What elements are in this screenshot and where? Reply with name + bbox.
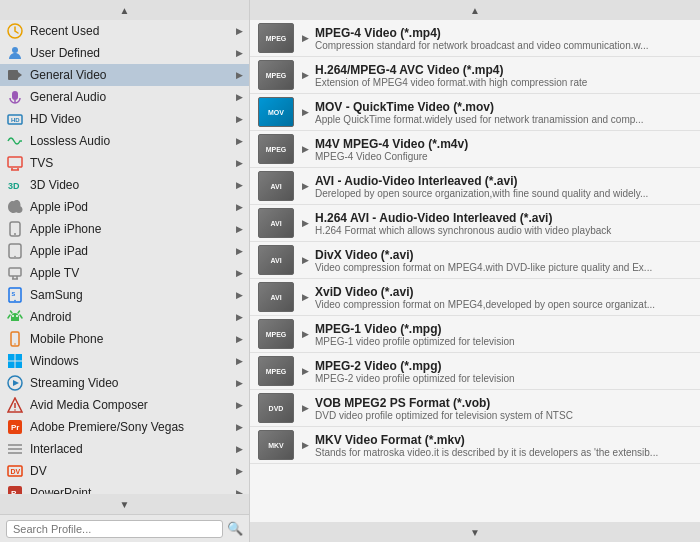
svg-text:HD: HD <box>11 117 20 123</box>
sidebar-item-streaming-video[interactable]: Streaming Video▶ <box>0 372 249 394</box>
format-text-mpeg2-video: MPEG-2 Video (*.mpg)MPEG-2 video profile… <box>315 359 692 384</box>
format-item-h264-avc[interactable]: MPEG▶H.264/MPEG-4 AVC Video (*.mp4)Exten… <box>250 57 700 94</box>
left-scroll-up[interactable]: ▲ <box>0 0 249 20</box>
format-icon-xvid-video: AVI <box>258 282 294 312</box>
format-desc-vob-ps: DVD video profile optimized for televisi… <box>315 410 692 421</box>
format-arrow-h264-avi: ▶ <box>302 218 309 228</box>
sidebar-item-arrow-general-video: ▶ <box>236 70 243 80</box>
sidebar-item-label-samsung: SamSung <box>30 288 234 302</box>
format-desc-avi-audio-video: Dereloped by open source organization,wi… <box>315 188 692 199</box>
sidebar-item-arrow-adobe-premiere: ▶ <box>236 422 243 432</box>
sidebar-item-hd-video[interactable]: HDHD Video▶ <box>0 108 249 130</box>
format-item-mkv-format[interactable]: MKV▶MKV Video Format (*.mkv)Stands for m… <box>250 427 700 464</box>
format-item-m4v-mpeg4[interactable]: MPEG▶M4V MPEG-4 Video (*.m4v)MPEG-4 Vide… <box>250 131 700 168</box>
search-icon[interactable]: 🔍 <box>227 521 243 536</box>
svg-rect-32 <box>8 354 15 361</box>
svg-line-26 <box>8 315 10 318</box>
icon-apple-iphone <box>6 220 24 238</box>
format-title-divx-video: DivX Video (*.avi) <box>315 248 692 262</box>
format-item-mov-quicktime[interactable]: MOV▶MOV - QuickTime Video (*.mov)Apple Q… <box>250 94 700 131</box>
svg-rect-33 <box>16 354 23 361</box>
format-item-avi-audio-video[interactable]: AVI▶AVI - Audio-Video Interleaved (*.avi… <box>250 168 700 205</box>
sidebar-item-general-video[interactable]: General Video▶ <box>0 64 249 86</box>
sidebar-item-apple-iphone[interactable]: Apple iPhone▶ <box>0 218 249 240</box>
right-scroll-down[interactable]: ▼ <box>250 522 700 542</box>
format-item-mpeg1-video[interactable]: MPEG▶MPEG-1 Video (*.mpg)MPEG-1 video pr… <box>250 316 700 353</box>
sidebar-item-avid-media[interactable]: Avid Media Composer▶ <box>0 394 249 416</box>
icon-dv: DV <box>6 462 24 480</box>
sidebar-item-arrow-avid-media: ▶ <box>236 400 243 410</box>
format-text-divx-video: DivX Video (*.avi)Video compression form… <box>315 248 692 273</box>
sidebar-item-arrow-mobile-phone: ▶ <box>236 334 243 344</box>
sidebar-item-windows[interactable]: Windows▶ <box>0 350 249 372</box>
sidebar-item-interlaced[interactable]: Interlaced▶ <box>0 438 249 460</box>
search-input[interactable] <box>6 520 223 538</box>
sidebar-item-label-apple-ipad: Apple iPad <box>30 244 234 258</box>
icon-hd-video: HD <box>6 110 24 128</box>
format-desc-mpeg1-video: MPEG-1 video profile optimized for telev… <box>315 336 692 347</box>
format-item-divx-video[interactable]: AVI▶DivX Video (*.avi)Video compression … <box>250 242 700 279</box>
icon-3d-video: 3D <box>6 176 24 194</box>
sidebar-item-arrow-general-audio: ▶ <box>236 92 243 102</box>
right-scroll-up[interactable]: ▲ <box>250 0 700 20</box>
sidebar-item-dv[interactable]: DVDV▶ <box>0 460 249 482</box>
format-item-vob-ps[interactable]: DVD▶VOB MPEG2 PS Format (*.vob)DVD video… <box>250 390 700 427</box>
sidebar-item-arrow-apple-ipod: ▶ <box>236 202 243 212</box>
sidebar-item-apple-tv[interactable]: Apple TV▶ <box>0 262 249 284</box>
sidebar-item-arrow-recent-used: ▶ <box>236 26 243 36</box>
sidebar-item-apple-ipad[interactable]: Apple iPad▶ <box>0 240 249 262</box>
sidebar-item-adobe-premiere[interactable]: PrAdobe Premiere/Sony Vegas▶ <box>0 416 249 438</box>
sidebar-item-arrow-dv: ▶ <box>236 466 243 476</box>
format-arrow-mov-quicktime: ▶ <box>302 107 309 117</box>
svg-point-14 <box>14 233 16 235</box>
format-item-xvid-video[interactable]: AVI▶XviD Video (*.avi)Video compression … <box>250 279 700 316</box>
sidebar-item-arrow-3d-video: ▶ <box>236 180 243 190</box>
sidebar-item-lossless-audio[interactable]: Lossless Audio▶ <box>0 130 249 152</box>
format-arrow-vob-ps: ▶ <box>302 403 309 413</box>
sidebar-item-label-mobile-phone: Mobile Phone <box>30 332 234 346</box>
sidebar-item-powerpoint[interactable]: PPowerPoint▶ <box>0 482 249 494</box>
svg-point-40 <box>14 409 16 411</box>
right-panel: ▲ MPEG▶MPEG-4 Video (*.mp4)Compression s… <box>250 0 700 542</box>
sidebar-item-samsung[interactable]: SSamSung▶ <box>0 284 249 306</box>
sidebar-item-user-defined[interactable]: User Defined▶ <box>0 42 249 64</box>
format-icon-m4v-mpeg4: MPEG <box>258 134 294 164</box>
main-container: ▲ Recent Used▶User Defined▶General Video… <box>0 0 700 542</box>
sidebar-item-label-general-audio: General Audio <box>30 90 234 104</box>
svg-point-31 <box>14 343 16 345</box>
format-text-vob-ps: VOB MPEG2 PS Format (*.vob)DVD video pro… <box>315 396 692 421</box>
sidebar-item-arrow-interlaced: ▶ <box>236 444 243 454</box>
svg-point-1 <box>12 47 18 53</box>
icon-lossless-audio <box>6 132 24 150</box>
sidebar-item-label-interlaced: Interlaced <box>30 442 234 456</box>
sidebar-item-general-audio[interactable]: General Audio▶ <box>0 86 249 108</box>
format-desc-h264-avc: Extension of MPEG4 video format.with hig… <box>315 77 692 88</box>
svg-text:Pr: Pr <box>11 423 19 432</box>
sidebar-item-tvs[interactable]: TVS▶ <box>0 152 249 174</box>
svg-line-28 <box>11 311 13 313</box>
icon-apple-tv <box>6 264 24 282</box>
left-scroll-down[interactable]: ▼ <box>0 494 249 514</box>
sidebar-item-label-tvs: TVS <box>30 156 234 170</box>
format-arrow-mpeg1-video: ▶ <box>302 329 309 339</box>
format-desc-xvid-video: Video compression format on MPEG4,develo… <box>315 299 692 310</box>
sidebar-item-mobile-phone[interactable]: Mobile Phone▶ <box>0 328 249 350</box>
format-item-h264-avi[interactable]: AVI▶H.264 AVI - Audio-Video Interleaved … <box>250 205 700 242</box>
svg-rect-4 <box>12 91 18 100</box>
sidebar-item-arrow-windows: ▶ <box>236 356 243 366</box>
format-icon-h264-avc: MPEG <box>258 60 294 90</box>
sidebar-item-label-3d-video: 3D Video <box>30 178 234 192</box>
format-title-h264-avc: H.264/MPEG-4 AVC Video (*.mp4) <box>315 63 692 77</box>
sidebar-item-label-recent-used: Recent Used <box>30 24 234 38</box>
format-title-mpeg2-video: MPEG-2 Video (*.mpg) <box>315 359 692 373</box>
sidebar-item-3d-video[interactable]: 3D3D Video▶ <box>0 174 249 196</box>
sidebar-item-apple-ipod[interactable]: Apple iPod▶ <box>0 196 249 218</box>
format-item-mpeg2-video[interactable]: MPEG▶MPEG-2 Video (*.mpg)MPEG-2 video pr… <box>250 353 700 390</box>
sidebar-item-recent-used[interactable]: Recent Used▶ <box>0 20 249 42</box>
sidebar-item-android[interactable]: Android▶ <box>0 306 249 328</box>
sidebar-item-label-dv: DV <box>30 464 234 478</box>
format-desc-mpeg2-video: MPEG-2 video profile optimized for telev… <box>315 373 692 384</box>
format-text-mov-quicktime: MOV - QuickTime Video (*.mov)Apple Quick… <box>315 100 692 125</box>
format-item-mp4-video[interactable]: MPEG▶MPEG-4 Video (*.mp4)Compression sta… <box>250 20 700 57</box>
format-title-h264-avi: H.264 AVI - Audio-Video Interleaved (*.a… <box>315 211 692 225</box>
